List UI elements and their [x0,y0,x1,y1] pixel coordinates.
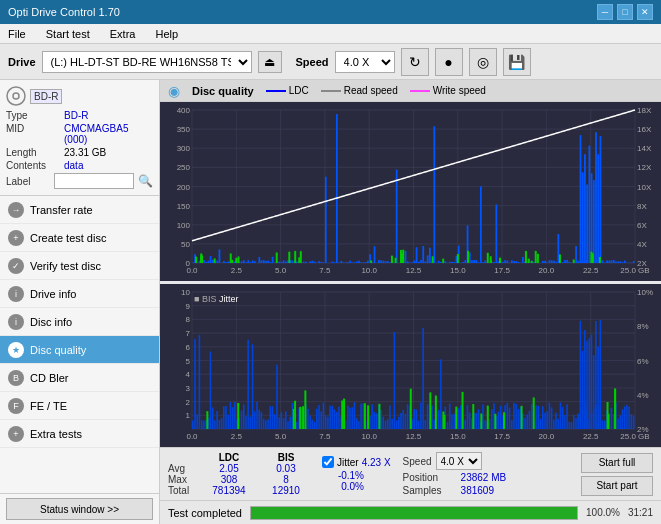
save-button[interactable]: 💾 [503,48,531,76]
status-window-button[interactable]: Status window >> [6,498,153,520]
drive-select[interactable]: (L:) HL-DT-ST BD-RE WH16NS58 TST4 [42,51,252,73]
speed-col-label: Speed [403,456,432,467]
cd-bler-label: CD Bler [30,372,69,384]
ldc-color [266,90,286,92]
avg-ldc: 2.05 [200,463,258,474]
transfer-rate-icon: → [8,202,24,218]
max-jitter: 0.0% [322,481,364,492]
legend-write-speed: Write speed [410,85,486,96]
bis-col-header: BIS [260,452,312,463]
bis-chart [160,284,661,447]
fe-te-icon: F [8,398,24,414]
svg-point-1 [13,93,19,99]
write-speed-color [410,90,430,92]
ldc-col-header: LDC [200,452,258,463]
status-area: Status window >> [0,493,159,524]
type-key: Type [6,110,64,121]
menu-help[interactable]: Help [151,28,182,40]
sidebar-item-extra-tests[interactable]: + Extra tests [0,420,159,448]
speed-display: 4.23 X [362,457,391,468]
ldc-chart [160,102,661,281]
start-full-button[interactable]: Start full [581,453,653,473]
progress-percent: 100.0% [586,507,620,518]
disc-quality-icon-large: ◉ [168,83,180,99]
mid-key: MID [6,123,64,145]
record-button[interactable]: ● [435,48,463,76]
drive-info-label: Drive info [30,288,76,300]
disc-quality-header: ◉ Disc quality LDC Read speed Write spee… [160,80,661,102]
write-speed-legend-label: Write speed [433,85,486,96]
close-button[interactable]: ✕ [637,4,653,20]
bis-chart-container [160,284,661,447]
disc-length-row: Length 23.31 GB [6,147,153,158]
speed-dropdown[interactable]: 4.0 X [436,452,482,470]
ldc-legend-label: LDC [289,85,309,96]
progress-bar [250,506,578,520]
menu-extra[interactable]: Extra [106,28,140,40]
disc-quality-title: Disc quality [192,85,254,97]
verify-disc-label: Verify test disc [30,260,101,272]
sidebar-item-disc-quality[interactable]: ★ Disc quality [0,336,159,364]
charts-area [160,102,661,447]
disc-svg-icon [6,86,26,106]
disc-info-label: Disc info [30,316,72,328]
speed-select[interactable]: 4.0 X [335,51,395,73]
transfer-rate-label: Transfer rate [30,204,93,216]
length-key: Length [6,147,64,158]
sidebar-item-drive-info[interactable]: i Drive info [0,280,159,308]
svg-point-0 [7,87,25,105]
position-key: Position [403,472,457,483]
disc-type-row: Type BD-R [6,110,153,121]
eject-button[interactable]: ⏏ [258,51,282,73]
menu-file[interactable]: File [4,28,30,40]
speed-label: Speed [296,56,329,68]
sidebar-item-transfer-rate[interactable]: → Transfer rate [0,196,159,224]
legend-read-speed: Read speed [321,85,398,96]
sidebar-item-create-test-disc[interactable]: + Create test disc [0,224,159,252]
cd-bler-icon: B [8,370,24,386]
titlebar: Opti Drive Control 1.70 ─ □ ✕ [0,0,661,24]
sidebar-item-fe-te[interactable]: F FE / TE [0,392,159,420]
window-controls: ─ □ ✕ [597,4,653,20]
max-bis: 8 [260,474,312,485]
app-title: Opti Drive Control 1.70 [8,6,120,18]
jitter-checkbox[interactable] [322,456,334,468]
minimize-button[interactable]: ─ [597,4,613,20]
drivebar: Drive (L:) HL-DT-ST BD-RE WH16NS58 TST4 … [0,44,661,80]
start-part-button[interactable]: Start part [581,476,653,496]
avg-label: Avg [168,463,198,474]
fe-te-label: FE / TE [30,400,67,412]
avg-bis: 0.03 [260,463,312,474]
menubar: File Start test Extra Help [0,24,661,44]
sidebar-item-verify-test-disc[interactable]: ✓ Verify test disc [0,252,159,280]
progress-area: Test completed 100.0% 31:21 [160,500,661,524]
contents-key: Contents [6,160,64,171]
disc-quality-label: Disc quality [30,344,86,356]
length-val: 23.31 GB [64,147,153,158]
total-ldc: 781394 [200,485,258,496]
label-input[interactable] [54,173,134,189]
create-disc-icon: + [8,230,24,246]
disc-contents-row: Contents data [6,160,153,171]
start-buttons: Start full Start part [581,453,653,496]
samples-val: 381609 [461,485,494,496]
legend-ldc: LDC [266,85,309,96]
read-speed-color [321,90,341,92]
label-icon[interactable]: 🔍 [138,174,153,188]
create-disc-label: Create test disc [30,232,106,244]
refresh-button[interactable]: ↻ [401,48,429,76]
sidebar-item-disc-info[interactable]: i Disc info [0,308,159,336]
verify-disc-icon: ✓ [8,258,24,274]
samples-key: Samples [403,485,457,496]
sidebar: BD-R Type BD-R MID CMCMAGBA5 (000) Lengt… [0,80,160,524]
label-key: Label [6,176,50,187]
disc-info-icon: i [8,314,24,330]
disc-info-panel: BD-R Type BD-R MID CMCMAGBA5 (000) Lengt… [0,80,159,196]
maximize-button[interactable]: □ [617,4,633,20]
sidebar-item-cd-bler[interactable]: B CD Bler [0,364,159,392]
progress-bar-fill [251,507,577,519]
optical-button[interactable]: ◎ [469,48,497,76]
read-speed-legend-label: Read speed [344,85,398,96]
menu-start-test[interactable]: Start test [42,28,94,40]
disc-info-header: BD-R [6,86,153,106]
